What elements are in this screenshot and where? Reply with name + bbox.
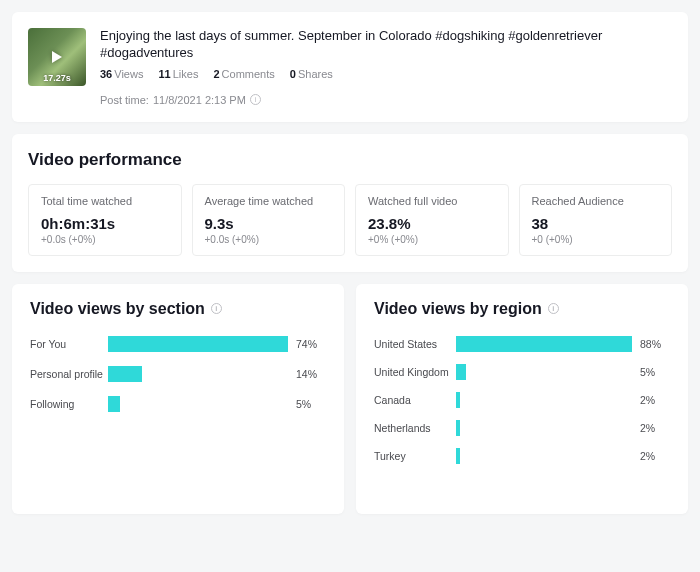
bar-fill [456,364,466,380]
perf-value: 9.3s [205,215,333,232]
bar-track [456,364,632,380]
perf-value: 0h:6m:31s [41,215,169,232]
bar-label: Following [30,398,108,410]
info-icon[interactable]: i [211,303,222,314]
bar-row: Canada2% [374,392,670,408]
performance-box: Reached Audience38+0 (+0%) [519,184,673,256]
bar-value: 2% [640,394,670,406]
video-performance-card: Video performance Total time watched0h:6… [12,134,688,272]
bar-label: Netherlands [374,422,456,434]
bar-value: 5% [640,366,670,378]
video-duration: 17.27s [28,73,86,83]
bar-row: Personal profile14% [30,366,326,382]
perf-label: Reached Audience [532,195,660,207]
performance-box: Average time watched9.3s+0.0s (+0%) [192,184,346,256]
bar-value: 2% [640,450,670,462]
bar-row: United States88% [374,336,670,352]
video-title: Enjoying the last days of summer. Septem… [100,28,672,62]
perf-delta: +0 (+0%) [532,234,660,245]
bar-value: 2% [640,422,670,434]
bar-track [456,392,632,408]
play-icon [52,51,62,63]
video-thumbnail[interactable]: 17.27s [28,28,86,86]
video-stats-row: 36Views 11Likes 2Comments 0Shares [100,68,672,80]
section-chart-title: Video views by section [30,300,205,318]
perf-delta: +0.0s (+0%) [205,234,333,245]
bar-fill [456,336,632,352]
perf-value: 38 [532,215,660,232]
bar-value: 14% [296,368,326,380]
shares-label: Shares [298,68,333,80]
bar-track [108,336,288,352]
section-chart-body: For You74%Personal profile14%Following5% [30,336,326,412]
bar-track [456,448,632,464]
bar-track [108,366,288,382]
perf-delta: +0% (+0%) [368,234,496,245]
views-label: Views [114,68,143,80]
post-time: Post time: 11/8/2021 2:13 PM i [100,94,672,106]
views-value: 36 [100,68,112,80]
bar-row: Following5% [30,396,326,412]
performance-box: Total time watched0h:6m:31s+0.0s (+0%) [28,184,182,256]
region-chart-body: United States88%United Kingdom5%Canada2%… [374,336,670,464]
bar-fill [108,336,288,352]
likes-label: Likes [173,68,199,80]
perf-label: Average time watched [205,195,333,207]
bar-fill [108,396,120,412]
info-icon[interactable]: i [250,94,261,105]
views-by-region-card: Video views by region i United States88%… [356,284,688,514]
bar-value: 74% [296,338,326,350]
perf-value: 23.8% [368,215,496,232]
bar-row: Turkey2% [374,448,670,464]
bar-fill [456,420,460,436]
post-time-value: 11/8/2021 2:13 PM [153,94,246,106]
performance-box: Watched full video23.8%+0% (+0%) [355,184,509,256]
bar-label: For You [30,338,108,350]
perf-label: Watched full video [368,195,496,207]
bar-fill [108,366,142,382]
shares-value: 0 [290,68,296,80]
bar-fill [456,448,460,464]
bar-label: Personal profile [30,368,108,380]
views-by-section-card: Video views by section i For You74%Perso… [12,284,344,514]
bar-track [456,336,632,352]
bar-label: United States [374,338,456,350]
bar-row: Netherlands2% [374,420,670,436]
bar-label: Canada [374,394,456,406]
bar-value: 88% [640,338,670,350]
likes-value: 11 [158,68,170,80]
comments-value: 2 [213,68,219,80]
bar-value: 5% [296,398,326,410]
region-chart-title: Video views by region [374,300,542,318]
bar-fill [456,392,460,408]
comments-label: Comments [222,68,275,80]
performance-grid: Total time watched0h:6m:31s+0.0s (+0%)Av… [28,184,672,256]
perf-delta: +0.0s (+0%) [41,234,169,245]
bar-row: United Kingdom5% [374,364,670,380]
bar-track [108,396,288,412]
bar-label: United Kingdom [374,366,456,378]
perf-label: Total time watched [41,195,169,207]
performance-title: Video performance [28,150,672,170]
info-icon[interactable]: i [548,303,559,314]
video-header-card: 17.27s Enjoying the last days of summer.… [12,12,688,122]
bar-row: For You74% [30,336,326,352]
bar-label: Turkey [374,450,456,462]
bar-track [456,420,632,436]
post-time-label: Post time: [100,94,149,106]
